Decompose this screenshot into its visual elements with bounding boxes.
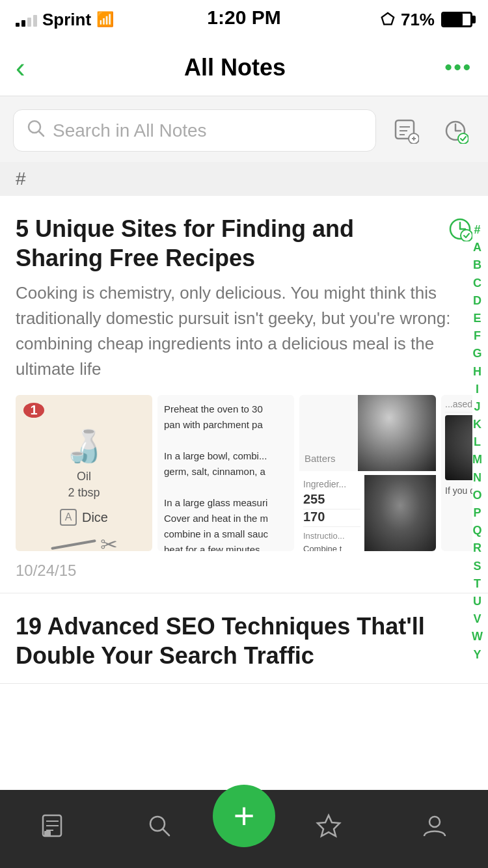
- search-tab[interactable]: [107, 811, 213, 840]
- svg-line-1: [39, 131, 44, 136]
- bluetooth-icon: ⬠: [381, 10, 394, 29]
- nav-title: All Notes: [184, 54, 286, 81]
- thumbnail-2: Preheat the oven to 30 pan with parchmen…: [157, 395, 294, 551]
- status-bar: Sprint 📶 1:20 PM ⬠ 71%: [0, 0, 488, 39]
- thumb-top: Batters: [299, 395, 436, 471]
- step-number: 1: [23, 403, 44, 418]
- alpha-letter-f[interactable]: F: [472, 327, 482, 345]
- alpha-letter-n[interactable]: N: [472, 469, 483, 487]
- alpha-letter-p[interactable]: P: [472, 504, 482, 522]
- alpha-letter-o[interactable]: O: [471, 487, 483, 504]
- dice-icon: A: [60, 509, 77, 526]
- nav-bar: ‹ All Notes •••: [0, 39, 488, 96]
- thumb-ingredients: Ingredier... 255 170 Instructio... Combi…: [299, 475, 364, 551]
- index-divider: #: [0, 162, 488, 196]
- signal-icon: [16, 12, 37, 27]
- alpha-letter-j[interactable]: J: [472, 398, 481, 416]
- svg-point-10: [458, 133, 468, 144]
- thumb-batters-text: Batters: [299, 395, 358, 471]
- search-icon: [27, 119, 45, 142]
- tag-button[interactable]: [386, 111, 426, 150]
- alpha-letter-i[interactable]: I: [474, 381, 480, 398]
- thumb-baking-photo: [364, 475, 436, 551]
- dice-section: A Dice: [60, 509, 108, 526]
- alpha-letter-e[interactable]: E: [472, 310, 482, 327]
- alpha-letter-m[interactable]: M: [471, 451, 483, 468]
- alpha-letter-v[interactable]: V: [472, 610, 482, 628]
- status-right: ⬠ 71%: [381, 10, 472, 30]
- alpha-letter-r[interactable]: R: [472, 539, 483, 557]
- note-header: 5 Unique Sites for Finding and Sharing F…: [16, 214, 472, 273]
- oil-icon: 🍶: [64, 428, 103, 465]
- more-button[interactable]: •••: [444, 55, 472, 79]
- alpha-letter-u[interactable]: U: [472, 593, 483, 610]
- alpha-letter-b[interactable]: B: [472, 256, 483, 274]
- alpha-letter-s[interactable]: S: [472, 558, 482, 575]
- bottom-nav: +: [0, 790, 488, 868]
- carrier-signal: Sprint 📶: [16, 10, 114, 30]
- status-time: 1:20 PM: [207, 7, 280, 29]
- note-date: 10/24/15: [16, 562, 472, 580]
- svg-line-19: [163, 829, 169, 835]
- svg-point-21: [429, 817, 440, 827]
- back-button[interactable]: ‹: [16, 53, 25, 82]
- alpha-letter-t[interactable]: T: [472, 575, 482, 593]
- carrier-label: Sprint: [42, 10, 91, 30]
- add-note-button[interactable]: +: [213, 785, 275, 847]
- search-container: Search in All Notes: [0, 96, 488, 162]
- alpha-letter-l[interactable]: L: [472, 433, 482, 451]
- knife-section: ✂: [51, 532, 118, 551]
- thumb-pour-photo: [358, 395, 436, 471]
- svg-marker-20: [318, 815, 340, 836]
- alpha-letter-g[interactable]: G: [471, 345, 483, 362]
- alpha-letter-k[interactable]: K: [472, 416, 483, 433]
- knife-icon: [51, 539, 96, 550]
- wifi-icon: 📶: [96, 11, 114, 28]
- dice-label: Dice: [82, 510, 108, 525]
- alphabet-index[interactable]: #ABCDEFGHIJKLMNOPQRSTUVWY: [467, 221, 488, 664]
- notes-tab[interactable]: [0, 811, 107, 840]
- search-placeholder: Search in All Notes: [53, 120, 207, 141]
- note-excerpt: Cooking is chemistry, only delicious. Yo…: [16, 280, 472, 382]
- ingredient-label: Oil2 tbsp: [68, 468, 100, 501]
- thumb-bottom: Ingredier... 255 170 Instructio... Combi…: [299, 475, 436, 551]
- reminder-filter-button[interactable]: [436, 111, 475, 150]
- thumbnail-1: 1 🍶 Oil2 tbsp A Dice ✂ KnifeCo...Corn...…: [16, 395, 152, 551]
- alpha-letter-a[interactable]: A: [472, 239, 483, 256]
- alpha-letter-c[interactable]: C: [472, 275, 483, 292]
- note-card[interactable]: 5 Unique Sites for Finding and Sharing F…: [0, 196, 488, 593]
- thumb-text: Preheat the oven to 30 pan with parchmen…: [164, 401, 288, 551]
- alpha-letter-q[interactable]: Q: [471, 522, 483, 539]
- favorites-tab[interactable]: [275, 811, 382, 840]
- alpha-letter-#[interactable]: #: [472, 221, 481, 239]
- alpha-letter-d[interactable]: D: [472, 292, 483, 310]
- note-thumbnails: 1 🍶 Oil2 tbsp A Dice ✂ KnifeCo...Corn...…: [16, 395, 472, 551]
- alpha-letter-y[interactable]: Y: [472, 646, 482, 664]
- note-title: 5 Unique Sites for Finding and Sharing F…: [16, 214, 448, 273]
- note-card-2[interactable]: 19 Advanced SEO Techniques That'll Doubl…: [0, 593, 488, 684]
- scissors-icon: ✂: [100, 532, 118, 551]
- svg-rect-17: [44, 831, 51, 836]
- battery-percentage: 71%: [401, 10, 435, 30]
- alpha-letter-w[interactable]: W: [470, 628, 484, 645]
- battery-icon: [441, 12, 472, 27]
- alpha-letter-h[interactable]: H: [472, 363, 483, 381]
- thumbnail-3: Batters Ingredier... 255 170 Instructio.…: [299, 395, 436, 551]
- search-box[interactable]: Search in All Notes: [13, 109, 376, 152]
- account-tab[interactable]: [382, 811, 489, 840]
- note-title-2: 19 Advanced SEO Techniques That'll Doubl…: [16, 612, 472, 670]
